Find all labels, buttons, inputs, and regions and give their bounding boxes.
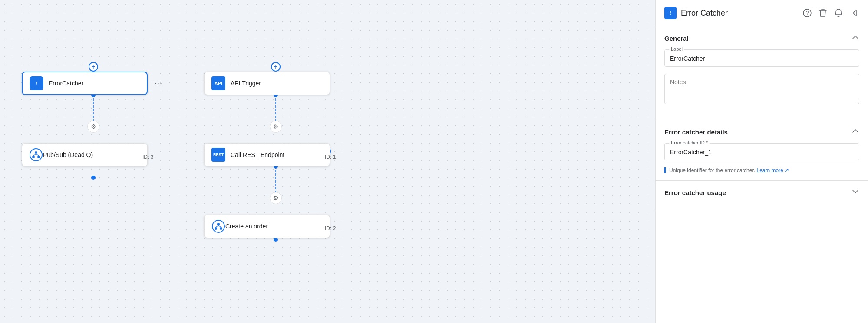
panel-header: ! Error Catcher ? xyxy=(656,0,868,26)
node-create-order[interactable]: Create an order xyxy=(204,215,330,238)
create-order-icon xyxy=(211,219,225,233)
svg-point-12 xyxy=(35,151,37,154)
create-order-label: Create an order xyxy=(225,223,323,230)
error-catcher-id-input[interactable] xyxy=(665,144,859,160)
error-catcher-id-group: Error catcher ID * xyxy=(664,143,859,160)
label-input[interactable] xyxy=(665,50,859,66)
error-catcher-label: ErrorCatcher xyxy=(49,80,140,87)
error-catcher-details-section: Error catcher details Error catcher ID *… xyxy=(656,120,868,181)
add-before-error-catcher[interactable]: + xyxy=(89,62,98,72)
canvas-area[interactable]: + ! ErrorCatcher ··· ⚙ Pub/Sub (Dead Q) … xyxy=(0,0,655,323)
panel-title: Error Catcher xyxy=(681,9,798,18)
label-field-wrapper: Label xyxy=(664,49,859,67)
help-icon[interactable]: ? xyxy=(802,8,812,18)
collapse-panel-icon[interactable] xyxy=(849,8,859,18)
general-collapse-icon[interactable] xyxy=(851,33,859,43)
svg-line-16 xyxy=(36,154,39,156)
learn-more-link[interactable]: Learn more ↗ xyxy=(756,167,789,173)
general-section-header: General xyxy=(664,33,859,43)
svg-point-19 xyxy=(215,227,217,230)
add-before-api-trigger[interactable]: + xyxy=(271,62,281,72)
rest-icon: REST xyxy=(211,148,225,162)
gear-icon-3[interactable]: ⚙ xyxy=(270,192,282,204)
create-order-id-badge: ID: 2 xyxy=(325,225,336,232)
pubsub-id-badge: ID: 3 xyxy=(142,154,153,160)
svg-point-11 xyxy=(30,149,42,161)
error-usage-header: Error catcher usage xyxy=(664,188,859,198)
panel-header-icons: ? xyxy=(802,8,859,18)
call-rest-id-badge: ID: 1 xyxy=(325,154,336,160)
svg-point-18 xyxy=(217,223,220,225)
gear-icon-1[interactable]: ⚙ xyxy=(87,121,99,133)
delete-icon[interactable] xyxy=(818,8,828,18)
svg-point-10 xyxy=(274,238,278,242)
error-details-collapse-icon[interactable] xyxy=(851,127,859,137)
error-catcher-icon: ! xyxy=(30,76,43,90)
pubsub-label: Pub/Sub (Dead Q) xyxy=(43,151,140,158)
error-usage-expand-icon[interactable] xyxy=(851,188,859,198)
svg-point-20 xyxy=(220,227,222,230)
bell-icon[interactable] xyxy=(833,8,844,18)
general-section: General Label xyxy=(656,26,868,120)
api-trigger-icon: API xyxy=(211,76,225,90)
label-field-label: Label xyxy=(669,46,684,52)
svg-line-21 xyxy=(216,225,218,227)
error-details-header: Error catcher details xyxy=(664,127,859,137)
call-rest-label: Call REST Endpoint xyxy=(231,151,323,158)
help-text-content: Unique identifier for the error catcher. xyxy=(669,167,755,173)
panel-title-icon: ! xyxy=(664,7,677,19)
error-catcher-usage-section: Error catcher usage xyxy=(656,181,868,211)
notes-textarea[interactable] xyxy=(664,74,859,104)
error-catcher-id-wrapper: Error catcher ID * xyxy=(664,143,859,160)
svg-line-15 xyxy=(33,154,36,156)
help-text: Unique identifier for the error catcher.… xyxy=(664,167,859,173)
right-panel: ! Error Catcher ? xyxy=(655,0,868,323)
gear-icon-2[interactable]: ⚙ xyxy=(270,121,282,133)
pubsub-icon xyxy=(29,148,43,162)
notes-field-group xyxy=(664,74,859,106)
error-usage-title: Error catcher usage xyxy=(664,189,726,196)
svg-point-14 xyxy=(37,156,40,158)
general-section-title: General xyxy=(664,35,689,42)
svg-point-13 xyxy=(32,156,35,158)
svg-point-17 xyxy=(212,220,224,232)
label-field-group: Label xyxy=(664,49,859,67)
node-api-trigger[interactable]: API API Trigger xyxy=(204,72,330,95)
node-pubsub[interactable]: Pub/Sub (Dead Q) xyxy=(22,143,148,166)
svg-line-22 xyxy=(218,225,221,227)
error-catcher-id-label: Error catcher ID * xyxy=(669,140,710,145)
api-trigger-label: API Trigger xyxy=(231,80,323,87)
node-error-catcher[interactable]: ! ErrorCatcher xyxy=(22,72,148,95)
error-details-title: Error catcher details xyxy=(664,128,728,136)
more-options-button[interactable]: ··· xyxy=(155,78,162,88)
svg-text:?: ? xyxy=(806,10,809,16)
node-call-rest[interactable]: REST Call REST Endpoint xyxy=(204,143,330,166)
svg-point-7 xyxy=(91,176,96,180)
